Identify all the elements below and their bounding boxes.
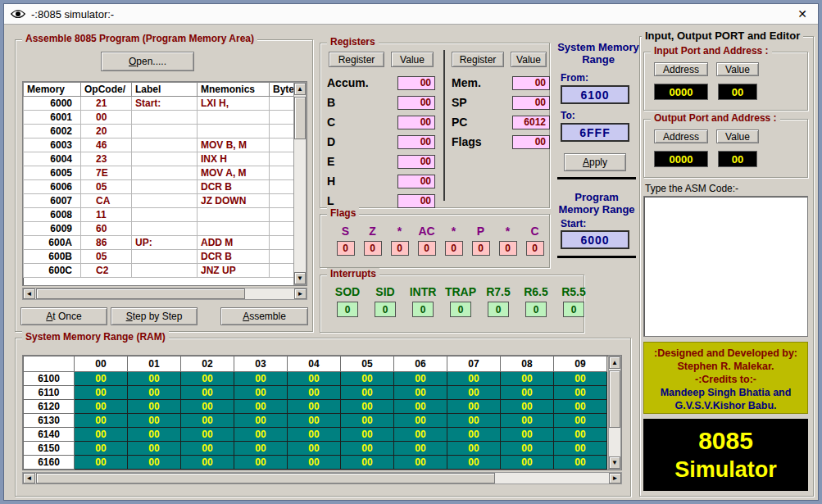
input-value-display[interactable]: 00 xyxy=(718,84,757,100)
ram-cell[interactable]: 00 xyxy=(128,386,181,400)
ram-cell[interactable]: 00 xyxy=(128,414,181,428)
ram-cell[interactable]: 00 xyxy=(128,428,181,442)
titlebar[interactable]: -:8085 simulator:- ✕ xyxy=(4,4,818,25)
ram-cell[interactable]: 00 xyxy=(75,428,128,442)
assemble-button[interactable]: Assemble xyxy=(220,307,308,325)
ram-cell[interactable]: 00 xyxy=(234,442,288,456)
ram-cell[interactable]: 00 xyxy=(394,442,447,456)
at-once-button[interactable]: At Once xyxy=(20,307,107,325)
ram-cell[interactable]: 00 xyxy=(234,414,288,428)
ram-cell[interactable]: 00 xyxy=(501,442,554,456)
register-value-field[interactable]: 00 xyxy=(397,135,435,149)
scroll-right-icon[interactable]: ► xyxy=(609,473,621,484)
ram-vscroll-thumb[interactable] xyxy=(609,370,620,428)
ram-cell[interactable]: 00 xyxy=(394,386,447,400)
program-row[interactable]: 600960 xyxy=(24,222,296,236)
program-row[interactable]: 600100 xyxy=(24,111,296,125)
ram-cell[interactable]: 00 xyxy=(75,414,128,428)
start-value-field[interactable]: 6000 xyxy=(561,230,629,249)
ram-cell[interactable]: 00 xyxy=(341,414,394,428)
ram-cell[interactable]: 00 xyxy=(181,428,234,442)
ram-cell[interactable]: 00 xyxy=(447,372,501,386)
ram-vertical-scrollbar[interactable]: ▲ ▼ xyxy=(608,356,621,470)
value-header-button-left[interactable]: Value xyxy=(391,52,434,67)
program-vscroll-thumb[interactable] xyxy=(294,97,306,139)
ram-cell[interactable]: 00 xyxy=(341,456,394,470)
input-address-display[interactable]: 0000 xyxy=(654,84,708,100)
ram-cell[interactable]: 00 xyxy=(234,386,288,400)
register-value-field[interactable]: 00 xyxy=(512,135,550,149)
ram-cell[interactable]: 00 xyxy=(341,428,394,442)
ram-cell[interactable]: 00 xyxy=(75,372,128,386)
ram-cell[interactable]: 00 xyxy=(554,372,607,386)
ram-cell[interactable]: 00 xyxy=(501,400,554,414)
ram-horizontal-scrollbar[interactable]: ◄ ► xyxy=(22,472,622,484)
program-row[interactable]: 6007CAJZ DOWN xyxy=(24,194,296,208)
program-horizontal-scrollbar[interactable]: ◄ ► xyxy=(22,288,307,300)
ram-cell[interactable]: 00 xyxy=(341,400,394,414)
ram-cell[interactable]: 00 xyxy=(554,442,607,456)
ram-cell[interactable]: 00 xyxy=(234,372,288,386)
ram-cell[interactable]: 00 xyxy=(394,456,447,470)
ram-cell[interactable]: 00 xyxy=(394,400,447,414)
register-value-field[interactable]: 6012 xyxy=(512,116,550,129)
ram-cell[interactable]: 00 xyxy=(181,372,234,386)
register-value-field[interactable]: 00 xyxy=(397,116,435,129)
ram-cell[interactable]: 00 xyxy=(128,400,181,414)
ram-cell[interactable]: 00 xyxy=(501,456,554,470)
ram-cell[interactable]: 00 xyxy=(447,400,501,414)
program-row[interactable]: 600CC2JNZ UP xyxy=(24,264,296,278)
ram-cell[interactable]: 00 xyxy=(501,372,554,386)
register-value-field[interactable]: 00 xyxy=(512,76,550,90)
register-value-field[interactable]: 00 xyxy=(397,175,435,188)
ram-cell[interactable]: 00 xyxy=(288,414,341,428)
step-by-step-button[interactable]: Step by Step xyxy=(111,307,198,325)
ram-cell[interactable]: 00 xyxy=(554,386,607,400)
program-row[interactable]: 600A86UP:ADD M xyxy=(24,236,296,250)
program-row[interactable]: 600811 xyxy=(24,208,296,222)
program-vertical-scrollbar[interactable]: ▲ ▼ xyxy=(293,82,307,285)
output-address-button[interactable]: Address xyxy=(654,129,708,143)
ram-cell[interactable]: 00 xyxy=(447,428,501,442)
to-value-field[interactable]: 6FFF xyxy=(561,123,629,142)
output-value-display[interactable]: 00 xyxy=(718,151,757,167)
scroll-up-icon[interactable]: ▲ xyxy=(609,356,620,369)
scroll-down-icon[interactable]: ▼ xyxy=(609,456,620,469)
ram-cell[interactable]: 00 xyxy=(128,456,181,470)
ram-cell[interactable]: 00 xyxy=(181,400,234,414)
ram-cell[interactable]: 00 xyxy=(501,386,554,400)
ram-cell[interactable]: 00 xyxy=(181,386,234,400)
apply-button[interactable]: Apply xyxy=(564,153,626,171)
ram-cell[interactable]: 00 xyxy=(554,428,607,442)
ram-cell[interactable]: 00 xyxy=(288,400,341,414)
ram-cell[interactable]: 00 xyxy=(501,414,554,428)
program-row[interactable]: 600423INX H xyxy=(24,152,296,166)
ram-cell[interactable]: 00 xyxy=(394,372,447,386)
ram-cell[interactable]: 00 xyxy=(128,372,181,386)
ram-cell[interactable]: 00 xyxy=(554,456,607,470)
ram-cell[interactable]: 00 xyxy=(447,386,501,400)
input-value-button[interactable]: Value xyxy=(716,62,759,76)
ram-cell[interactable]: 00 xyxy=(181,414,234,428)
ram-cell[interactable]: 00 xyxy=(288,442,341,456)
register-header-button-right[interactable]: Register xyxy=(452,52,504,67)
open-button[interactable]: Open..... xyxy=(101,52,194,71)
ram-cell[interactable]: 00 xyxy=(181,456,234,470)
scroll-down-icon[interactable]: ▼ xyxy=(294,272,306,284)
ram-cell[interactable]: 00 xyxy=(128,442,181,456)
ram-cell[interactable]: 00 xyxy=(341,386,394,400)
output-value-button[interactable]: Value xyxy=(716,129,759,143)
ram-cell[interactable]: 00 xyxy=(394,414,447,428)
ram-cell[interactable]: 00 xyxy=(234,400,288,414)
ram-cell[interactable]: 00 xyxy=(394,428,447,442)
ram-cell[interactable]: 00 xyxy=(554,414,607,428)
ram-cell[interactable]: 00 xyxy=(288,372,341,386)
ram-cell[interactable]: 00 xyxy=(288,386,341,400)
ram-cell[interactable]: 00 xyxy=(75,400,128,414)
program-row[interactable]: 600346MOV B, M xyxy=(24,138,296,152)
ram-cell[interactable]: 00 xyxy=(554,400,607,414)
register-value-field[interactable]: 00 xyxy=(512,96,550,110)
scroll-right-icon[interactable]: ► xyxy=(294,288,307,299)
program-row[interactable]: 600605DCR B xyxy=(24,180,296,194)
register-value-field[interactable]: 00 xyxy=(397,76,435,90)
